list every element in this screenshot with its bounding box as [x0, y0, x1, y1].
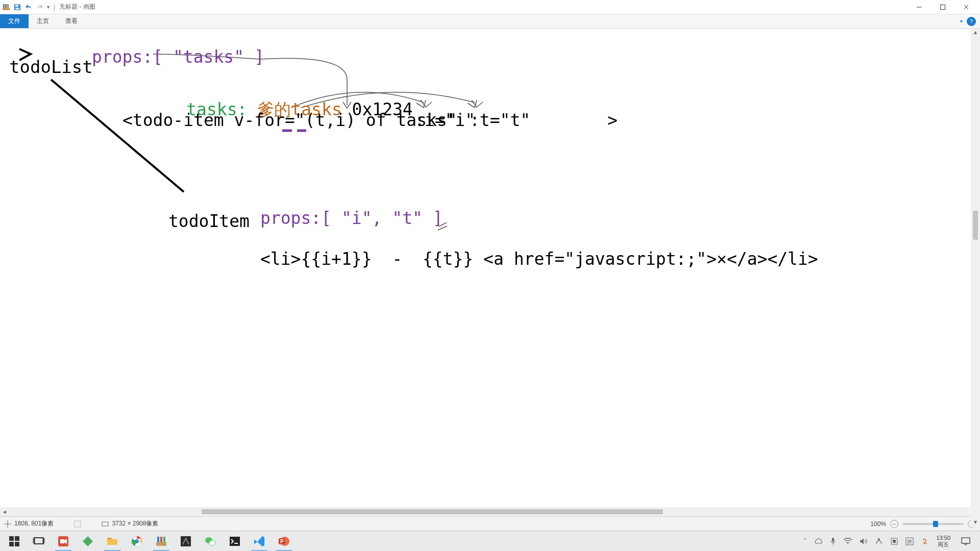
close-button[interactable] [954, 0, 978, 14]
scroll-left-icon[interactable]: ◂ [0, 508, 9, 515]
svg-rect-29 [156, 542, 166, 546]
taskbar-app-powerpoint[interactable]: P [272, 531, 296, 552]
svg-rect-2 [5, 4, 7, 8]
tray-wifi-icon[interactable] [843, 538, 852, 545]
zoom-slider[interactable] [902, 523, 964, 525]
svg-text:拼: 拼 [907, 539, 912, 544]
canvas-size-icon [102, 520, 109, 528]
status-dimensions: 3732 × 2908像素 [102, 519, 158, 528]
taskbar-app-vscode[interactable] [247, 531, 272, 552]
vertical-scroll-thumb[interactable] [973, 211, 978, 240]
taskbar-app-green[interactable] [76, 531, 100, 552]
text-todolist: todoList [9, 57, 93, 77]
canvas-area[interactable]: todoList props:[ "tasks" ] tasks: 爹的task… [0, 29, 980, 507]
svg-rect-5 [15, 8, 19, 10]
svg-rect-30 [157, 537, 159, 542]
svg-rect-18 [15, 536, 19, 541]
ribbon-collapse-icon[interactable]: ▾ [960, 18, 963, 24]
tray-onedrive-icon[interactable] [814, 538, 823, 544]
svg-rect-7 [941, 5, 945, 9]
taskbar-app-paint[interactable] [149, 531, 174, 552]
tray-ime-icon[interactable]: 拼 [905, 537, 914, 545]
zoom-control: 100% − + [870, 520, 976, 528]
svg-rect-20 [15, 542, 19, 546]
horizontal-scrollbar[interactable]: ◂ ▸ [0, 507, 980, 516]
taskbar-app-chrome[interactable] [125, 531, 149, 552]
zoom-level: 100% [870, 520, 886, 528]
tab-view[interactable]: 查看 [57, 14, 86, 28]
zoom-slider-thumb[interactable] [933, 521, 938, 527]
horizontal-scroll-thumb[interactable] [202, 509, 663, 514]
svg-rect-19 [9, 542, 14, 546]
taskbar-app-dark[interactable] [174, 531, 198, 552]
svg-rect-4 [15, 5, 18, 7]
svg-rect-32 [163, 537, 165, 542]
titlebar: ▾ | 无标题 - 画图 [0, 0, 980, 14]
svg-point-43 [847, 543, 848, 544]
cursor-position-icon [4, 520, 11, 528]
taskbar-app-explorer[interactable] [100, 531, 125, 552]
tray-sogou-icon[interactable] [921, 537, 929, 545]
paint-app-icon [2, 3, 10, 11]
canvas-content: todoList props:[ "tasks" ] tasks: 爹的task… [0, 29, 980, 507]
svg-point-44 [878, 538, 880, 540]
system-tray: ˄ 拼 13:50 周五 [803, 531, 978, 552]
save-icon[interactable] [13, 3, 21, 11]
start-button[interactable] [2, 531, 27, 552]
svg-rect-49 [962, 538, 970, 543]
svg-rect-26 [107, 538, 111, 539]
action-center-button[interactable] [958, 531, 974, 552]
help-icon[interactable]: ? [967, 17, 976, 26]
svg-rect-16 [102, 522, 108, 526]
svg-rect-1 [3, 4, 5, 8]
taskbar-clock[interactable]: 13:50 周五 [936, 535, 950, 548]
text-vfor: <todo-item v-for="(t,i) of tasks" [122, 110, 457, 130]
svg-rect-41 [832, 538, 834, 542]
svg-rect-3 [7, 4, 9, 8]
svg-rect-0 [3, 8, 10, 10]
svg-rect-21 [34, 538, 43, 544]
svg-rect-36 [230, 537, 240, 546]
tray-chevron-up-icon[interactable]: ˄ [803, 538, 806, 545]
svg-rect-31 [160, 537, 162, 542]
svg-rect-46 [893, 540, 896, 543]
tab-file[interactable]: 文件 [0, 14, 29, 28]
undo-icon[interactable] [24, 3, 33, 11]
tray-mic-icon[interactable] [830, 537, 836, 545]
text-props-tasks: props:[ "tasks" ] [92, 47, 264, 67]
taskbar-app-terminal[interactable] [223, 531, 247, 552]
svg-point-35 [209, 540, 215, 545]
taskbar-app-camtasia[interactable] [51, 531, 76, 552]
text-bind-t: :t="t" [470, 110, 530, 130]
qat-dropdown-icon[interactable]: ▾ [47, 4, 50, 10]
title-separator: | [54, 4, 55, 11]
minimize-button[interactable] [908, 0, 931, 14]
status-cursor: 1608, 801像素 [4, 519, 54, 528]
text-bind-i: :i="i" [414, 110, 475, 130]
text-li-line: <li>{{i+1}} - {{t}} <a href="javascript:… [260, 249, 818, 269]
text-todoitem: todoItem [168, 211, 250, 231]
tray-app2-icon[interactable] [890, 537, 898, 545]
zoom-out-button[interactable]: − [890, 520, 898, 528]
maximize-button[interactable] [931, 0, 954, 14]
taskview-button[interactable] [27, 531, 51, 552]
window-title: 无标题 - 画图 [59, 3, 95, 11]
text-close-angle: > [607, 110, 618, 130]
svg-rect-25 [60, 539, 64, 543]
vertical-scrollbar[interactable]: ▴ ▾ [971, 29, 980, 528]
svg-rect-17 [9, 536, 14, 541]
tray-volume-icon[interactable] [860, 538, 868, 545]
redo-icon[interactable] [36, 3, 44, 11]
tab-home[interactable]: 主页 [29, 14, 57, 28]
svg-text:P: P [280, 539, 284, 544]
text-props-it: props:[ "i", "t" ] [260, 208, 443, 228]
selection-size-icon [74, 520, 81, 528]
quick-access-toolbar: ▾ [2, 3, 50, 11]
status-selection [74, 520, 81, 528]
taskbar-app-wechat[interactable] [198, 531, 223, 552]
tray-app1-icon[interactable] [875, 537, 883, 545]
ribbon-tabs: 文件 主页 查看 ▾ ? [0, 14, 980, 29]
taskbar: P ˄ 拼 13:50 周五 [0, 531, 980, 551]
svg-rect-15 [75, 521, 81, 527]
statusbar: 1608, 801像素 3732 × 2908像素 100% − + [0, 516, 980, 531]
